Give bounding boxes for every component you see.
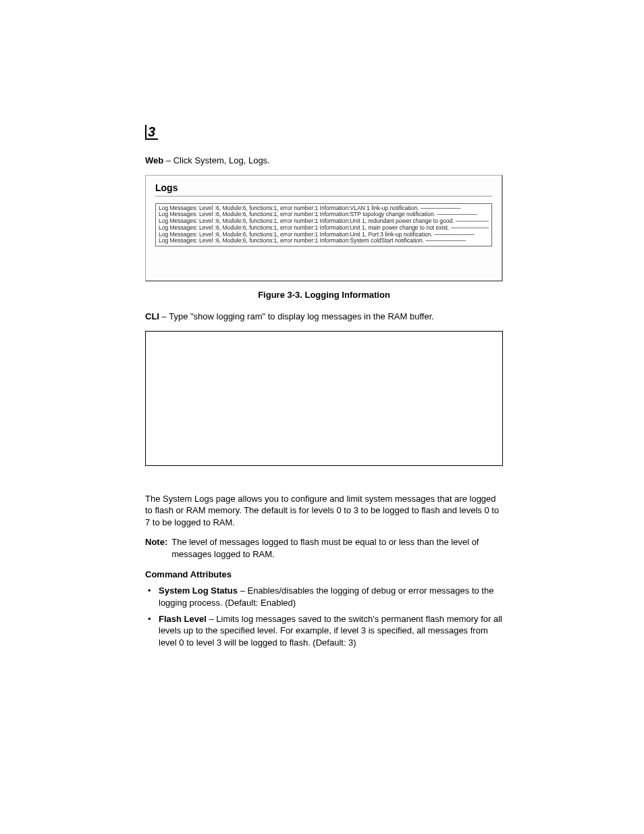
document-page: 3 Web – Click System, Log, Logs. Logs Lo…	[145, 125, 503, 652]
log-line: Log Messages: Level :6, Module:6, functi…	[159, 232, 489, 238]
log-line: Log Messages: Level :6, Module:6, functi…	[159, 225, 489, 232]
log-line: Log Messages: Level :6, Module:6, functi…	[159, 238, 489, 244]
logs-panel-title: Logs	[155, 182, 492, 193]
command-attributes-list: System Log Status – Enables/disables the…	[145, 585, 503, 648]
web-text: – Click System, Log, Logs.	[163, 155, 270, 165]
cli-text: – Type "show logging ram" to display log…	[159, 311, 434, 321]
list-item: Flash Level – Limits log messages saved …	[156, 613, 503, 649]
logs-screenshot-panel: Logs Log Messages: Level :6, Module:6, f…	[145, 175, 503, 282]
web-instruction: Web – Click System, Log, Logs.	[145, 155, 503, 167]
logs-message-box: Log Messages: Level :6, Module:6, functi…	[155, 203, 492, 247]
cli-output-box	[145, 331, 503, 466]
body-paragraph: The System Logs page allows you to confi…	[145, 493, 503, 529]
log-line: Log Messages: Level :6, Module:6, functi…	[159, 211, 489, 218]
attribute-name: Flash Level	[159, 614, 207, 624]
cli-instruction: CLI – Type "show logging ram" to display…	[145, 311, 503, 323]
attribute-desc: – Limits log messages saved to the switc…	[159, 614, 502, 648]
figure-caption: Figure 3-3. Logging Information	[145, 290, 503, 300]
cli-label: CLI	[145, 311, 159, 321]
note-block: Note: The level of messages logged to fl…	[145, 536, 503, 560]
note-label: Note:	[145, 536, 167, 560]
log-line: Log Messages: Level :6, Module:6, functi…	[159, 218, 489, 225]
list-item: System Log Status – Enables/disables the…	[156, 585, 503, 608]
chapter-number-badge: 3	[145, 125, 158, 140]
web-label: Web	[145, 155, 163, 165]
attribute-name: System Log Status	[159, 585, 238, 596]
logs-panel-divider	[155, 196, 492, 197]
log-line: Log Messages: Level :6, Module:6, functi…	[159, 205, 489, 212]
note-text: The level of messages logged to flash mu…	[171, 536, 503, 560]
command-attributes-heading: Command Attributes	[145, 569, 503, 579]
